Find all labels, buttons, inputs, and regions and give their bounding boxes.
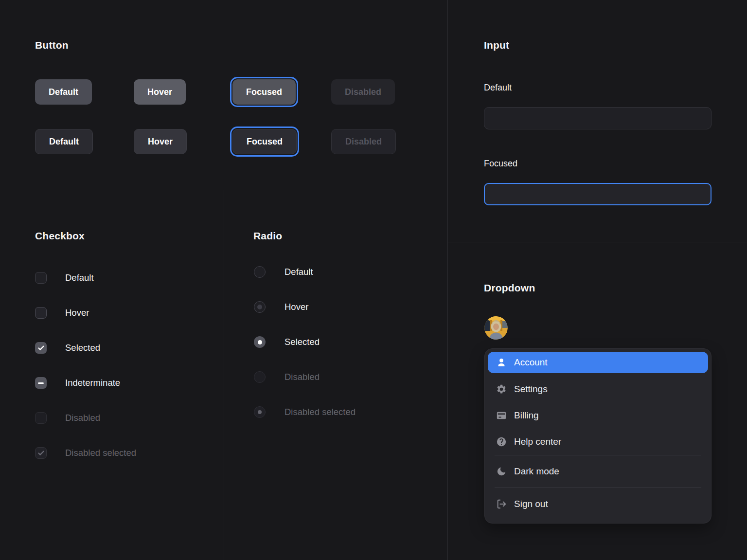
checkbox-row-disabled-selected: Disabled selected — [35, 441, 136, 465]
checkbox-row-hover[interactable]: Hover — [35, 301, 136, 325]
button-primary-hover[interactable]: Hover — [134, 79, 186, 105]
button-primary-disabled: Disabled — [331, 79, 395, 105]
radio-label: Disabled selected — [285, 407, 356, 417]
checkbox-row-selected[interactable]: Selected — [35, 336, 136, 360]
section-title-dropdown: Dropdown — [484, 282, 535, 294]
radio-label: Selected — [285, 337, 320, 347]
checkbox-disabled-selected — [35, 447, 47, 459]
menu-item-sign-out[interactable]: Sign out — [488, 488, 708, 520]
checkbox-hover[interactable] — [35, 307, 47, 319]
radio-label: Disabled — [285, 372, 320, 382]
checkbox-list: DefaultHoverSelectedIndeterminateDisable… — [35, 266, 136, 476]
checkbox-selected[interactable] — [35, 342, 47, 354]
checkbox-label: Disabled selected — [65, 448, 136, 458]
text-input-focused[interactable] — [484, 183, 711, 205]
radio-default[interactable] — [254, 266, 266, 278]
menu-item-billing[interactable]: Billing — [488, 402, 708, 429]
radio-row-default[interactable]: Default — [254, 260, 356, 284]
menu-item-label: Help center — [514, 436, 561, 447]
avatar-photo — [484, 316, 508, 340]
checkbox-disabled — [35, 412, 47, 424]
design-system-showcase: Button Input Checkbox Radio Dropdown Def… — [0, 0, 747, 560]
menu-item-label: Account — [514, 357, 548, 368]
menu-item-label: Settings — [514, 384, 548, 395]
checkbox-row-disabled: Disabled — [35, 406, 136, 430]
button-secondary-default[interactable]: Default — [35, 129, 93, 154]
radio-dot — [257, 305, 262, 309]
checkbox-label: Indeterminate — [65, 378, 120, 388]
indeterminate-dash — [38, 382, 44, 384]
checkbox-row-indeterminate[interactable]: Indeterminate — [35, 371, 136, 395]
button-secondary-focused[interactable]: Focused — [232, 129, 297, 154]
radio-hover[interactable] — [254, 301, 266, 313]
menu-item-label: Dark mode — [514, 466, 559, 477]
button-primary-focused[interactable]: Focused — [232, 79, 296, 105]
gear-icon — [496, 384, 507, 395]
button-row-secondary: DefaultHoverFocusedDisabled — [35, 129, 430, 154]
section-title-input: Input — [484, 39, 509, 51]
section-divider-vertical-main — [447, 0, 448, 560]
menu-item-label: Sign out — [514, 499, 548, 509]
menu-item-dark-mode[interactable]: Dark mode — [488, 455, 708, 488]
input-label-focused: Focused — [484, 159, 517, 169]
radio-label: Default — [285, 267, 313, 277]
checkbox-row-default[interactable]: Default — [35, 266, 136, 289]
checkbox-label: Default — [65, 272, 94, 283]
button-primary-default[interactable]: Default — [35, 79, 92, 105]
button-secondary-disabled: Disabled — [331, 129, 396, 154]
menu-item-help-center[interactable]: Help center — [488, 429, 708, 455]
radio-disabled — [254, 371, 266, 383]
sign-out-icon — [496, 499, 507, 509]
menu-item-label: Billing — [514, 410, 539, 421]
radio-dot — [258, 340, 262, 344]
checkbox-default[interactable] — [35, 272, 47, 284]
section-title-button: Button — [35, 39, 69, 51]
radio-row-disabled: Disabled — [254, 365, 356, 389]
menu-item-settings[interactable]: Settings — [488, 376, 708, 402]
radio-list: DefaultHoverSelectedDisabledDisabled sel… — [254, 260, 356, 435]
user-icon — [496, 357, 507, 368]
radio-row-disabled-selected: Disabled selected — [254, 400, 356, 424]
checkbox-indeterminate[interactable] — [35, 377, 47, 389]
radio-dot — [258, 410, 262, 414]
section-title-radio: Radio — [253, 230, 282, 242]
credit-card-icon — [496, 410, 507, 421]
checkbox-label: Selected — [65, 343, 100, 353]
text-input-default[interactable] — [484, 107, 711, 129]
section-divider-horizontal-right — [448, 242, 747, 242]
button-secondary-hover[interactable]: Hover — [134, 129, 187, 154]
moon-icon — [496, 466, 507, 477]
radio-row-hover[interactable]: Hover — [254, 295, 356, 319]
radio-row-selected[interactable]: Selected — [254, 330, 356, 354]
button-row-primary: DefaultHoverFocusedDisabled — [35, 79, 430, 105]
checkbox-label: Disabled — [65, 413, 100, 423]
radio-disabled-selected — [254, 406, 266, 418]
question-circle-icon — [496, 436, 507, 447]
input-label-default: Default — [484, 83, 512, 93]
radio-selected[interactable] — [254, 336, 266, 348]
radio-label: Hover — [285, 302, 308, 312]
section-title-checkbox: Checkbox — [35, 230, 85, 242]
user-avatar[interactable] — [484, 316, 508, 340]
dropdown-menu: AccountSettingsBillingHelp centerDark mo… — [484, 348, 711, 524]
checkbox-label: Hover — [65, 307, 89, 318]
menu-item-account[interactable]: Account — [488, 352, 708, 373]
section-divider-vertical-sub — [224, 190, 224, 560]
